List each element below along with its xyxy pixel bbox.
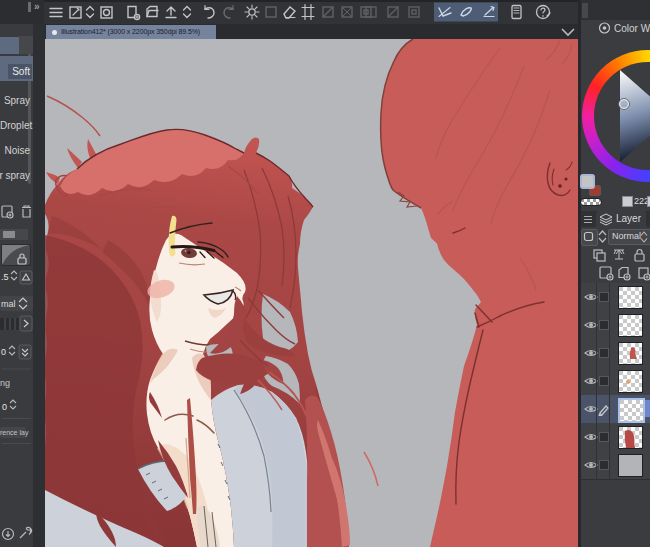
svg-text:mal: mal [1,299,16,309]
svg-text:.5: .5 [1,272,9,282]
svg-text:0: 0 [2,402,7,412]
svg-text:0: 0 [1,347,6,357]
svg-text:rence lay: rence lay [0,429,29,437]
svg-text:ng: ng [0,378,10,388]
